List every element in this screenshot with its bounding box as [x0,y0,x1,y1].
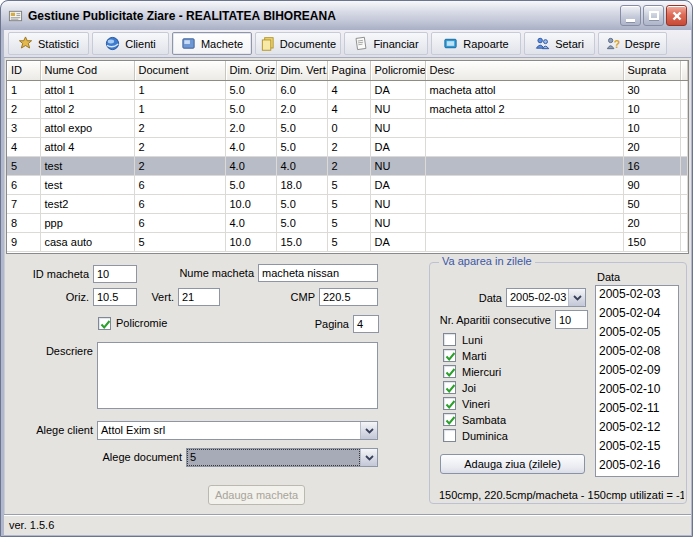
tab-label: Documente [280,38,336,50]
alege-client-combobox[interactable]: Attol Exim srl [97,421,378,440]
table-row[interactable]: 2attol 215.02.04NUmacheta attol 210 [7,99,688,118]
tab-label: Setari [555,38,584,50]
date-list-item[interactable]: 2005-02-05 [596,324,678,343]
question-person-icon: ? [605,36,620,51]
tab-machete[interactable]: Machete [172,32,252,55]
table-cell-filler [680,194,688,213]
day-checkbox-marti[interactable] [443,349,456,362]
date-list-item[interactable]: 2005-02-04 [596,305,678,324]
machete-table[interactable]: IDNume CodDocumentDim. Oriz.Dim. Vert.Pa… [6,60,689,254]
day-row-vineri: Vineri [443,397,508,410]
table-row[interactable]: 4attol 424.05.02DA20 [7,137,688,156]
cmp-input[interactable] [319,288,378,306]
tab-rapoarte[interactable]: Rapoarte [431,32,521,55]
table-cell: 5 [134,232,225,251]
table-cell: 2 [134,137,225,156]
date-list-item[interactable]: 2005-02-09 [596,362,678,381]
day-row-luni: Luni [443,333,508,346]
table-cell: attol 1 [40,80,134,99]
table-cell: 3 [7,118,40,137]
day-row-duminica: Duminica [443,429,508,442]
documents-icon [260,36,275,51]
column-header[interactable]: ID [7,61,40,80]
chevron-down-icon[interactable] [568,289,585,306]
date-list-item[interactable]: 2005-02-08 [596,343,678,362]
day-checkbox-duminica[interactable] [443,429,456,442]
table-row[interactable]: 5test24.04.02NU16 [7,156,688,175]
table-cell: test [40,175,134,194]
maximize-button[interactable] [643,5,664,26]
client-area: StatisticiClientiMacheteDocumenteFinanci… [4,30,691,535]
id-macheta-input[interactable] [93,265,137,283]
date-list-item[interactable]: 2005-02-10 [596,381,678,400]
adauga-ziua-button[interactable]: Adauga ziua (zilele) [440,454,585,474]
picture-icon [181,36,196,51]
table-row[interactable]: 3attol expo22.05.00NU10 [7,118,688,137]
date-list-item[interactable]: 2005-02-15 [596,438,678,457]
pagina-input[interactable] [353,315,379,333]
column-header[interactable]: Nume Cod [40,61,134,80]
data-combobox[interactable]: 2005-02-03 [506,288,586,307]
column-header[interactable]: Policromie [370,61,425,80]
date-list-item[interactable]: 2005-02-16 [596,457,678,476]
page-icon [353,36,368,51]
descriere-label: Descriere [23,345,93,357]
table-cell: 4 [327,99,370,118]
nr-aparitii-input[interactable] [555,310,588,329]
table-row[interactable]: 7test2610.05.05NU50 [7,194,688,213]
table-row[interactable]: 1attol 115.06.04DAmacheta attol30 [7,80,688,99]
column-header[interactable]: Desc [425,61,623,80]
table-cell [425,213,623,232]
column-header[interactable]: Dim. Vert. [276,61,327,80]
nume-macheta-input[interactable] [258,264,378,282]
day-checkbox-sambata[interactable] [443,413,456,426]
tab-setari[interactable]: Setari [524,32,595,55]
day-label: Miercuri [462,366,501,378]
policromie-checkbox[interactable] [98,317,111,330]
tab-financiar[interactable]: Financiar [344,32,428,55]
oriz-input[interactable] [93,288,137,306]
day-label: Luni [462,334,483,346]
table-row[interactable]: 6test65.018.05DA90 [7,175,688,194]
close-button[interactable] [666,5,687,26]
day-checkbox-miercuri[interactable] [443,365,456,378]
close-icon [671,10,683,22]
column-header[interactable]: Suprata [623,61,680,80]
day-checkbox-vineri[interactable] [443,397,456,410]
day-checkbox-luni[interactable] [443,333,456,346]
vert-label: Vert. [134,291,174,303]
day-checkbox-joi[interactable] [443,381,456,394]
minimize-button[interactable] [620,5,641,26]
column-header[interactable]: Document [134,61,225,80]
tab-despre[interactable]: ?Despre [598,32,667,55]
table-cell: 4.0 [276,156,327,175]
table-row[interactable]: 8ppp64.05.05NU20 [7,213,688,232]
chevron-down-icon[interactable] [360,422,377,439]
date-list-item[interactable]: 2005-02-03 [596,286,678,305]
table-cell: 1 [134,99,225,118]
table-cell-filler [680,80,688,99]
date-list-item[interactable]: 2005-02-11 [596,400,678,419]
table-cell: 16 [623,156,680,175]
dates-listbox[interactable]: 2005-02-032005-02-042005-02-052005-02-08… [595,285,679,477]
tab-clienti[interactable]: Clienti [92,32,169,55]
nr-aparitii-label: Nr. Aparitii consecutive [438,314,551,326]
descriere-textarea[interactable] [97,342,378,409]
column-header[interactable]: Dim. Oriz. [225,61,276,80]
date-list-item[interactable]: 2005-02-12 [596,419,678,438]
table-cell: NU [370,118,425,137]
vert-input[interactable] [178,288,220,306]
tab-statistici[interactable]: Statistici [8,32,89,55]
adauga-macheta-button[interactable]: Adauga macheta [208,485,305,505]
table-cell: 10 [623,118,680,137]
users-icon [535,36,550,51]
table-cell: macheta attol [425,80,623,99]
chevron-down-icon[interactable] [360,449,377,466]
table-cell: casa auto [40,232,134,251]
version-label: ver. 1.5.6 [9,519,54,531]
alege-document-value: 5 [187,449,360,466]
table-row[interactable]: 9casa auto510.015.05DA150 [7,232,688,251]
column-header[interactable]: Pagina [327,61,370,80]
tab-documente[interactable]: Documente [255,32,341,55]
alege-document-combobox[interactable]: 5 [186,448,378,467]
